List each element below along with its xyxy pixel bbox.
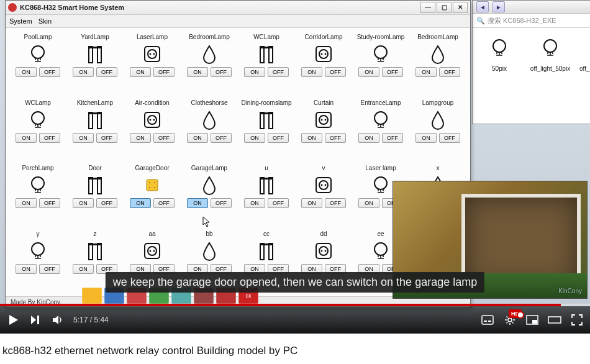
- on-button[interactable]: ON: [301, 133, 322, 143]
- close-button[interactable]: ✕: [453, 2, 468, 13]
- svg-rect-42: [147, 180, 158, 191]
- on-button[interactable]: ON: [16, 198, 37, 208]
- off-button[interactable]: OFF: [39, 264, 60, 274]
- off-button[interactable]: OFF: [268, 133, 289, 143]
- on-button[interactable]: ON: [187, 67, 208, 77]
- device-label: YardLamp: [81, 34, 109, 42]
- subtitles-button[interactable]: [481, 313, 494, 327]
- drop-icon: [427, 109, 448, 130]
- off-button[interactable]: OFF: [39, 198, 60, 208]
- on-button[interactable]: ON: [16, 67, 37, 77]
- maximize-button[interactable]: ▢: [437, 2, 452, 13]
- on-button[interactable]: ON: [73, 198, 94, 208]
- on-button[interactable]: ON: [301, 67, 322, 77]
- pillar-icon: [84, 175, 106, 196]
- nav-fwd-button[interactable]: ►: [492, 1, 505, 12]
- device-label: u: [265, 165, 268, 173]
- on-button[interactable]: ON: [73, 133, 94, 143]
- on-button[interactable]: ON: [358, 133, 379, 143]
- svg-rect-48: [269, 178, 273, 194]
- off-button[interactable]: OFF: [325, 133, 346, 143]
- svg-rect-23: [89, 112, 93, 129]
- file-item[interactable]: 50pix: [478, 33, 521, 80]
- video-caption: we keep the garage door opened, then we …: [106, 272, 484, 293]
- on-button[interactable]: ON: [16, 264, 37, 274]
- search-icon: 🔍: [476, 17, 485, 25]
- off-button[interactable]: OFF: [96, 67, 117, 77]
- nav-back-button[interactable]: ◄: [476, 1, 489, 12]
- off-button[interactable]: OFF: [96, 133, 117, 143]
- off-button[interactable]: OFF: [211, 67, 232, 77]
- socket-icon: [586, 33, 590, 63]
- file-label: 50pix: [478, 65, 521, 73]
- miniplayer-button[interactable]: [525, 313, 539, 327]
- video-title[interactable]: kc868-h32 ethernet network relay control…: [0, 334, 590, 357]
- device-label: Air-condition: [135, 99, 170, 108]
- volume-button[interactable]: [51, 313, 65, 327]
- on-button[interactable]: ON: [244, 198, 265, 208]
- player-controls: 5:17 / 5:44 HD: [0, 306, 590, 334]
- socket-icon: [142, 240, 163, 262]
- on-button[interactable]: ON: [130, 198, 151, 208]
- drop-icon: [199, 43, 220, 65]
- off-button[interactable]: OFF: [153, 133, 175, 143]
- on-button[interactable]: ON: [358, 67, 379, 77]
- device-cell: WCLampONOFF: [239, 33, 294, 98]
- explorer-search[interactable]: 🔍 搜索 KC868-H32_EXE: [473, 14, 590, 28]
- settings-button[interactable]: HD: [503, 313, 517, 327]
- theater-button[interactable]: [548, 313, 561, 327]
- off-button[interactable]: OFF: [268, 67, 289, 77]
- off-button[interactable]: OFF: [39, 67, 60, 77]
- off-button[interactable]: OFF: [439, 67, 460, 77]
- off-button[interactable]: OFF: [325, 67, 346, 77]
- on-button[interactable]: ON: [130, 133, 151, 143]
- app-icon: [8, 3, 17, 12]
- svg-point-54: [374, 177, 387, 189]
- svg-rect-8: [98, 47, 101, 63]
- device-label: Lampgroup: [422, 99, 454, 108]
- svg-point-22: [32, 112, 44, 124]
- taskbar-app-icon[interactable]: [82, 288, 102, 304]
- on-button[interactable]: ON: [415, 133, 437, 143]
- on-button[interactable]: ON: [301, 198, 322, 208]
- minimize-button[interactable]: —: [420, 2, 435, 13]
- on-button[interactable]: ON: [16, 133, 37, 143]
- svg-point-61: [150, 250, 152, 252]
- fullscreen-button[interactable]: [570, 313, 584, 327]
- menu-skin[interactable]: Skin: [39, 17, 52, 25]
- on-button[interactable]: ON: [358, 198, 379, 208]
- on-button[interactable]: ON: [73, 67, 94, 77]
- on-button[interactable]: ON: [130, 67, 151, 77]
- file-item[interactable]: off_light_50pix: [529, 33, 572, 80]
- svg-rect-25: [89, 112, 101, 114]
- play-button[interactable]: [6, 313, 20, 327]
- off-button[interactable]: OFF: [211, 198, 232, 208]
- off-button[interactable]: OFF: [325, 198, 346, 208]
- on-button[interactable]: ON: [244, 67, 265, 77]
- off-button[interactable]: OFF: [382, 133, 403, 143]
- device-cell: yONOFF: [11, 230, 65, 294]
- off-button[interactable]: OFF: [211, 133, 232, 143]
- device-cell: GarageDoorONOFF: [125, 164, 179, 229]
- off-button[interactable]: OFF: [39, 133, 60, 143]
- on-button[interactable]: ON: [244, 133, 265, 143]
- off-button[interactable]: OFF: [268, 198, 289, 208]
- next-button[interactable]: [29, 313, 42, 327]
- file-item[interactable]: off_socket_50pix: [579, 33, 590, 80]
- drop-icon: [199, 109, 220, 130]
- menu-system[interactable]: System: [9, 17, 32, 25]
- explorer-body: 50pixoff_light_50pixoff_socket_50pix: [473, 28, 590, 85]
- on-button[interactable]: ON: [187, 198, 208, 208]
- off-button[interactable]: OFF: [153, 198, 175, 208]
- off-button[interactable]: OFF: [153, 67, 175, 77]
- on-button[interactable]: ON: [187, 133, 208, 143]
- device-cell: Study-roomLampONOFF: [353, 33, 408, 98]
- svg-point-38: [32, 177, 44, 189]
- on-button[interactable]: ON: [415, 67, 437, 77]
- on-button[interactable]: ON: [73, 264, 94, 274]
- svg-rect-47: [260, 178, 264, 194]
- off-button[interactable]: OFF: [382, 67, 403, 77]
- off-button[interactable]: OFF: [439, 133, 460, 143]
- svg-rect-26: [145, 112, 160, 127]
- off-button[interactable]: OFF: [96, 198, 117, 208]
